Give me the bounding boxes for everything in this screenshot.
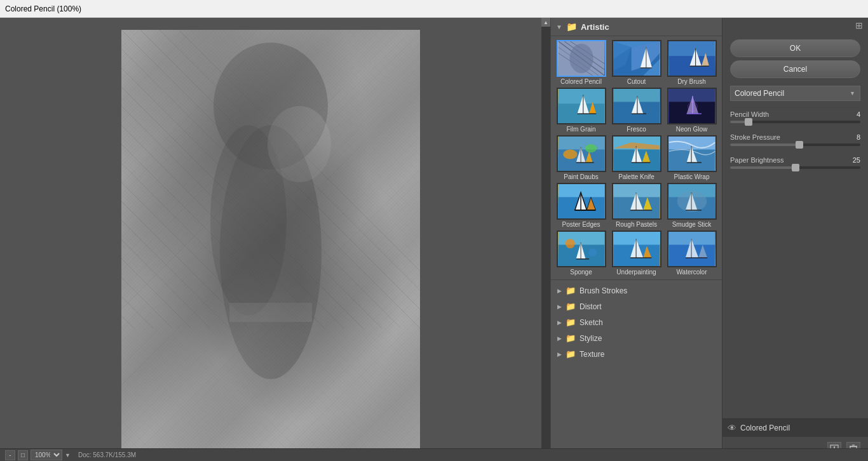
title-bar: Colored Pencil (100%) xyxy=(0,0,868,18)
artistic-collapse-arrow[interactable]: ▼ xyxy=(556,23,562,30)
title-text: Colored Pencil (100%) xyxy=(5,4,81,13)
thumb-film-grain[interactable]: Film Grain xyxy=(555,88,607,133)
zoom-out-button[interactable]: - xyxy=(5,450,15,460)
svg-line-2 xyxy=(140,30,420,309)
category-list: ▶ 📁 Brush Strokes ▶ 📁 Distort ▶ 📁 Sketch… xyxy=(551,279,722,364)
thumb-cutout[interactable]: Cutout xyxy=(610,40,663,85)
svg-line-14 xyxy=(121,220,229,328)
eye-icon[interactable]: 👁 xyxy=(728,423,736,433)
thumb-label-plastic-wrap: Plastic Wrap xyxy=(674,173,710,180)
cat-folder-brush-strokes: 📁 xyxy=(566,286,576,295)
category-distort[interactable]: ▶ 📁 Distort xyxy=(551,298,722,314)
cat-label-distort: Distort xyxy=(580,302,602,311)
thumb-img-colored-pencil xyxy=(557,40,606,77)
thumb-label-underpainting: Underpainting xyxy=(616,269,656,276)
svg-rect-92 xyxy=(668,137,715,149)
slider-label-paper-brightness: Paper Brightness xyxy=(730,156,783,164)
category-texture[interactable]: ▶ 📁 Texture xyxy=(551,346,722,362)
slider-label-row-pencil-width: Pencil Width 4 xyxy=(730,110,860,118)
thumb-label-dry-brush: Dry Brush xyxy=(677,78,705,85)
filter-select-row: Colored Pencil Cutout Dry Brush Film Gra… xyxy=(722,82,868,105)
cat-label-texture: Texture xyxy=(580,350,604,359)
svg-point-27 xyxy=(214,43,328,170)
slider-row-paper-brightness: Paper Brightness 25 xyxy=(730,156,860,169)
thumb-label-poster-edges: Poster Edges xyxy=(562,221,600,228)
thumb-label-watercolor: Watercolor xyxy=(677,269,707,276)
svg-point-29 xyxy=(210,125,287,316)
thumb-colored-pencil[interactable]: Colored Pencil xyxy=(555,40,607,85)
slider-thumb-pencil-width[interactable] xyxy=(745,118,752,126)
action-buttons: OK Cancel xyxy=(722,33,868,82)
thumb-rough-pastels[interactable]: Rough Pastels xyxy=(610,183,663,228)
effect-name: Colored Pencil xyxy=(740,424,863,432)
artistic-group-header[interactable]: ▼ 📁 Artistic xyxy=(551,18,722,36)
thumb-img-neon-glow xyxy=(667,88,717,124)
thumb-dry-brush[interactable]: Dry Brush xyxy=(665,40,718,85)
canvas-scrollbar[interactable]: ▲ ▼ xyxy=(541,18,550,461)
slider-track-paper-brightness[interactable] xyxy=(730,166,860,169)
divider-1 xyxy=(730,107,860,108)
slider-thumb-paper-brightness[interactable] xyxy=(792,164,799,171)
thumb-palette-knife[interactable]: Palette Knife xyxy=(610,135,663,180)
svg-line-3 xyxy=(159,30,420,290)
thumb-img-film-grain xyxy=(557,88,606,124)
svg-line-17 xyxy=(121,277,172,328)
zoom-select[interactable]: 100% 75% 50% 200% xyxy=(31,450,62,460)
thumb-underpainting[interactable]: Underpainting xyxy=(610,230,663,276)
thumb-label-sponge: Sponge xyxy=(570,269,592,276)
thumb-neon-glow[interactable]: Neon Glow xyxy=(665,88,718,133)
scroll-track[interactable] xyxy=(541,27,550,452)
svg-point-121 xyxy=(565,239,574,248)
scroll-up-arrow[interactable]: ▲ xyxy=(541,18,550,27)
svg-point-30 xyxy=(268,106,331,182)
svg-line-18 xyxy=(121,297,153,328)
slider-thumb-stroke-pressure[interactable] xyxy=(796,141,803,149)
category-sketch[interactable]: ▶ 📁 Sketch xyxy=(551,314,722,330)
thumb-img-rough-pastels xyxy=(612,183,661,220)
canvas-area xyxy=(0,18,541,461)
cat-folder-sketch: 📁 xyxy=(566,317,576,327)
filter-select-dropdown[interactable]: Colored Pencil Cutout Dry Brush Film Gra… xyxy=(730,86,860,101)
main-layout: ▲ ▼ ▼ 📁 Artistic xyxy=(0,18,868,461)
thumb-sponge[interactable]: Sponge xyxy=(555,230,607,276)
thumb-poster-edges[interactable]: Poster Edges xyxy=(555,183,607,228)
thumb-label-cutout: Cutout xyxy=(627,78,646,85)
svg-rect-75 xyxy=(558,137,604,149)
slider-track-pencil-width[interactable] xyxy=(730,121,860,123)
svg-line-20 xyxy=(121,90,360,389)
thumb-img-cutout xyxy=(612,40,661,77)
zoom-fit-button[interactable]: □ xyxy=(18,450,28,460)
cat-label-brush-strokes: Brush Strokes xyxy=(580,286,627,295)
cancel-button[interactable]: Cancel xyxy=(730,60,860,78)
thumb-smudge-stick[interactable]: Smudge Stick xyxy=(665,183,718,228)
svg-line-1 xyxy=(121,30,420,328)
svg-line-6 xyxy=(121,68,382,328)
collapse-icon[interactable]: ⊞ xyxy=(855,20,863,30)
filter-select-wrapper[interactable]: Colored Pencil Cutout Dry Brush Film Gra… xyxy=(730,86,860,101)
status-bar: - □ 100% 75% 50% 200% ▼ Doc: 563.7K/155.… xyxy=(0,448,868,461)
thumb-label-film-grain: Film Grain xyxy=(566,126,595,133)
thumb-watercolor[interactable]: Watercolor xyxy=(665,230,718,276)
category-brush-strokes[interactable]: ▶ 📁 Brush Strokes xyxy=(551,283,722,298)
thumb-fresco[interactable]: Fresco xyxy=(610,88,663,133)
effect-layer: 👁 Colored Pencil xyxy=(722,418,868,437)
thumb-img-dry-brush xyxy=(667,40,717,77)
thumb-img-paint-daubs xyxy=(557,135,606,172)
svg-point-122 xyxy=(588,248,597,257)
filter-panel: ▼ 📁 Artistic Color xyxy=(550,18,722,461)
ok-button[interactable]: OK xyxy=(730,39,860,57)
category-stylize[interactable]: ▶ 📁 Stylize xyxy=(551,330,722,346)
slider-value-paper-brightness: 25 xyxy=(845,156,860,164)
svg-point-78 xyxy=(585,144,597,152)
svg-point-38 xyxy=(569,44,593,74)
slider-track-stroke-pressure[interactable] xyxy=(730,144,860,146)
cat-folder-stylize: 📁 xyxy=(566,333,576,343)
slider-fill-stroke-pressure xyxy=(730,144,799,146)
svg-line-24 xyxy=(121,109,360,389)
zoom-controls[interactable]: - □ 100% 75% 50% 200% ▼ xyxy=(5,450,71,460)
slider-label-pencil-width: Pencil Width xyxy=(730,110,769,118)
thumb-plastic-wrap[interactable]: Plastic Wrap xyxy=(665,135,718,180)
svg-line-26 xyxy=(121,147,360,389)
thumb-paint-daubs[interactable]: Paint Daubs xyxy=(555,135,607,180)
cat-label-stylize: Stylize xyxy=(580,334,602,343)
